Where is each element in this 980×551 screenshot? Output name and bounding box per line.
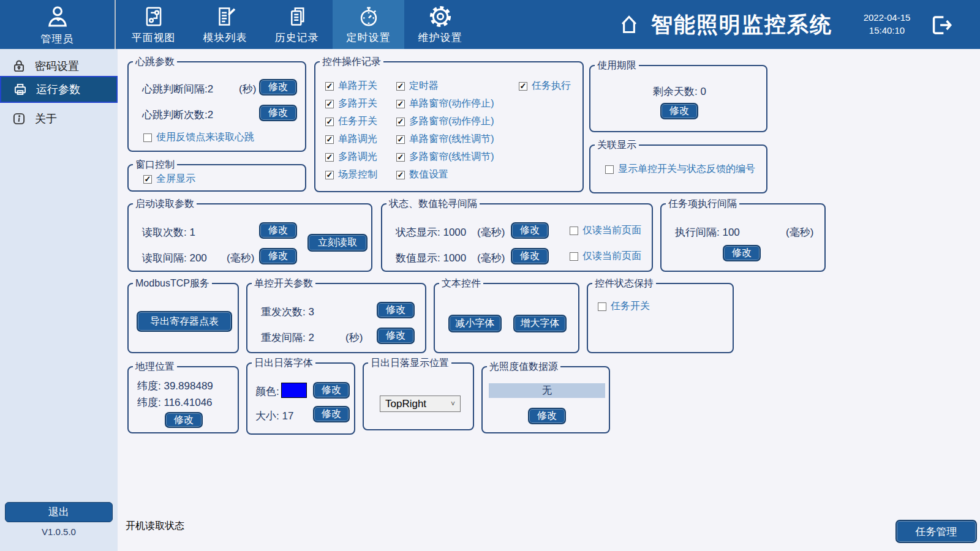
checkbox-label: 多路窗帘(动作停止): [409, 115, 494, 128]
checkbox-single-dim[interactable]: ✓ 单路调光: [325, 133, 377, 146]
checkbox-task-switch-keep[interactable]: 任务开关: [598, 300, 650, 313]
read-count-value: 读取次数: 1: [142, 225, 195, 239]
checkbox-feedback-heartbeat[interactable]: 使用反馈点来读取心跳: [143, 131, 254, 144]
checkbox-multi-dim[interactable]: ✓ 多路调光: [325, 151, 377, 163]
checkbox-single-curtain-stop[interactable]: ✓ 单路窗帘(动作停止): [396, 97, 494, 110]
group-title: 控件操作记录: [320, 56, 383, 69]
checkbox-box[interactable]: ✓: [325, 82, 334, 91]
checkbox-multi-curtain-linear[interactable]: ✓ 多路窗帘(线性调节): [396, 151, 494, 163]
checkbox-value-set[interactable]: ✓ 数值设置: [396, 168, 448, 181]
modify-button[interactable]: 修改: [511, 248, 549, 264]
decrease-font-button[interactable]: 减小字体: [448, 315, 502, 332]
home-icon: [616, 12, 643, 37]
checkbox-box[interactable]: ✓: [325, 100, 334, 108]
checkbox-current-page-status[interactable]: 仅读当前页面: [570, 224, 641, 237]
modify-button[interactable]: 修改: [377, 328, 415, 344]
longitude-value: 纬度: 116.41046: [137, 395, 213, 410]
exec-interval-unit: (毫秒): [786, 225, 813, 239]
font-color-swatch: [281, 383, 307, 398]
group-title: 日出日落字体: [252, 357, 315, 370]
checkbox-multi-curtain-stop[interactable]: ✓ 多路窗帘(动作停止): [396, 115, 494, 128]
checkbox-box[interactable]: ✓: [396, 171, 405, 179]
sidebar-item-run-params[interactable]: 运行参数: [0, 76, 118, 103]
sidebar-item-label: 密码设置: [35, 59, 79, 73]
version-text: V1.0.5.0: [0, 527, 118, 537]
timer-icon: [357, 5, 380, 28]
modify-button[interactable]: 修改: [313, 382, 350, 399]
checkbox-box[interactable]: [605, 165, 614, 174]
checkbox-show-switch-feedback-id[interactable]: 显示单控开关与状态反馈的编号: [605, 163, 755, 176]
logout-button[interactable]: [928, 12, 954, 38]
checkbox-label: 任务执行: [532, 80, 571, 92]
select-value: TopRight: [385, 398, 426, 410]
group-op-record: 控件操作记录 ✓ 单路开关 ✓ 多路开关 ✓ 任务开关 ✓ 单路调光 ✓ 多路调…: [314, 61, 584, 192]
checkbox-box[interactable]: ✓: [519, 82, 527, 91]
modify-button[interactable]: 修改: [259, 79, 297, 96]
read-interval-unit: (毫秒): [227, 251, 254, 265]
modify-button[interactable]: 修改: [313, 406, 350, 422]
checkbox-multi-switch[interactable]: ✓ 多路开关: [325, 97, 377, 110]
checkbox-box[interactable]: [143, 133, 152, 142]
resend-count-value: 重发次数: 3: [261, 305, 314, 319]
tab-maintenance[interactable]: 维护设置: [404, 0, 476, 49]
group-title: 光照度值数据源: [487, 361, 560, 373]
modify-button[interactable]: 修改: [259, 248, 297, 264]
checkbox-fullscreen[interactable]: ✓ 全屏显示: [143, 173, 195, 186]
group-heartbeat: 心跳参数 心跳判断间隔:2 (秒) 修改 心跳判断次数:2 修改 使用反馈点来读…: [127, 61, 306, 152]
exit-button[interactable]: 退出: [5, 502, 113, 522]
group-widget-state: 控件状态保持 任务开关: [587, 283, 734, 353]
checkbox-label: 仅读当前页面: [582, 224, 641, 237]
user-icon: [44, 3, 71, 30]
checkbox-box[interactable]: ✓: [396, 82, 405, 91]
modify-button[interactable]: 修改: [165, 412, 203, 428]
heartbeat-interval-value: 心跳判断间隔:2: [142, 82, 213, 96]
increase-font-button[interactable]: 增大字体: [513, 315, 567, 332]
checkbox-box[interactable]: ✓: [325, 135, 334, 144]
modify-button[interactable]: 修改: [259, 222, 297, 239]
group-modbus: ModbusTCP服务 导出寄存器点表: [127, 283, 239, 353]
checkbox-single-switch[interactable]: ✓ 单路开关: [325, 80, 377, 92]
modify-button[interactable]: 修改: [723, 245, 761, 261]
tab-module-list[interactable]: 模块列表: [189, 0, 261, 49]
read-interval-value: 读取间隔: 200: [142, 251, 207, 265]
checkbox-task-switch[interactable]: ✓ 任务开关: [325, 115, 377, 128]
read-now-button[interactable]: 立刻读取: [307, 234, 368, 252]
checkbox-box[interactable]: ✓: [396, 100, 405, 108]
checkbox-scene-control[interactable]: ✓ 场景控制: [325, 168, 377, 181]
position-select[interactable]: TopRight ˅: [380, 395, 461, 412]
checkbox-single-curtain-linear[interactable]: ✓ 单路窗帘(线性调节): [396, 133, 494, 146]
checkbox-box[interactable]: ✓: [325, 153, 334, 162]
modify-button[interactable]: 修改: [511, 222, 549, 239]
checkbox-label: 使用反馈点来读取心跳: [156, 131, 254, 144]
sidebar-item-about[interactable]: 关于: [0, 105, 118, 132]
modify-button[interactable]: 修改: [377, 302, 415, 318]
checkbox-box[interactable]: ✓: [396, 153, 405, 162]
tab-history[interactable]: 历史记录: [261, 0, 333, 49]
checkbox-box[interactable]: ✓: [396, 118, 405, 126]
font-size-value: 大小: 17: [255, 409, 293, 423]
modify-button[interactable]: 修改: [528, 408, 566, 424]
checkbox-box[interactable]: [598, 302, 606, 311]
group-title: 单控开关参数: [252, 277, 315, 290]
modify-button[interactable]: 修改: [259, 105, 297, 121]
sidebar: 密码设置 运行参数 关于 退出 V1.0.5.0: [0, 49, 118, 551]
checkbox-box[interactable]: [570, 252, 578, 261]
export-register-table-button[interactable]: 导出寄存器点表: [137, 311, 232, 332]
user-tile: 管理员: [0, 0, 116, 49]
checkbox-box[interactable]: ✓: [325, 171, 334, 179]
checkbox-current-page-value[interactable]: 仅读当前页面: [570, 250, 641, 263]
module-list-icon: [214, 5, 237, 28]
group-title: 使用期限: [595, 59, 639, 72]
app-brand: 智能照明监控系统: [616, 0, 832, 49]
tab-floorplan[interactable]: 平面视图: [118, 0, 189, 49]
checkbox-task-exec[interactable]: ✓ 任务执行: [519, 80, 571, 92]
modify-button[interactable]: 修改: [660, 103, 698, 119]
checkbox-timer[interactable]: ✓ 定时器: [396, 80, 439, 92]
checkbox-box[interactable]: ✓: [396, 135, 405, 144]
gear-icon: [429, 5, 452, 28]
task-manager-button[interactable]: 任务管理: [895, 520, 977, 543]
tab-timer-settings[interactable]: 定时设置: [333, 0, 404, 49]
checkbox-box[interactable]: ✓: [143, 175, 152, 184]
checkbox-box[interactable]: [570, 227, 578, 235]
checkbox-box[interactable]: ✓: [325, 118, 334, 126]
